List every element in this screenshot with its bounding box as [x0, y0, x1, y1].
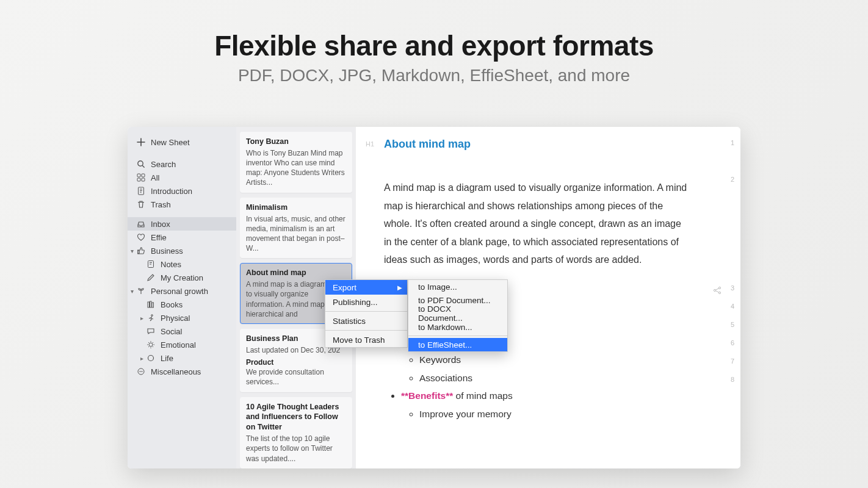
sidebar-item-trash[interactable]: Trash: [128, 198, 236, 211]
menu-item-statistics[interactable]: Statistics: [325, 314, 407, 328]
thumbs-up-icon: [136, 246, 146, 256]
menu-label: to Markdown...: [418, 323, 472, 332]
submenu-item-to-effiesheet[interactable]: to EffieSheet...: [408, 338, 507, 351]
sidebar-label: Notes: [161, 260, 181, 269]
new-sheet-button[interactable]: New Sheet: [128, 133, 236, 151]
sidebar-item-introduction[interactable]: Introduction: [128, 184, 236, 198]
marketing-title: Flexible share and export formats: [0, 29, 868, 62]
document-title-line: About mind map: [384, 138, 725, 151]
menu-label: Export: [333, 283, 356, 292]
sidebar-item-physical[interactable]: ▸ Physical: [128, 311, 236, 325]
svg-rect-10: [152, 303, 154, 307]
svg-point-16: [140, 371, 142, 372]
sidebar-label: Trash: [151, 200, 171, 209]
svg-rect-9: [150, 301, 152, 307]
sidebar-folder-personal-growth[interactable]: ▾ Personal growth: [128, 284, 236, 298]
chat-icon: [146, 326, 156, 336]
svg-rect-3: [137, 178, 140, 181]
bullet-item: Improve your memory: [419, 405, 725, 423]
note-icon: [146, 259, 156, 269]
note-excerpt: We provide consultation services...: [246, 367, 346, 387]
sidebar-item-notes[interactable]: Notes: [128, 257, 236, 271]
line-number: 1: [731, 139, 734, 146]
note-card[interactable]: Tony Buzan Who is Tony Buzan Mind map in…: [240, 132, 352, 193]
menu-label: to DOCX Document...: [418, 304, 497, 323]
line-number: 2: [731, 176, 734, 183]
sidebar-item-books[interactable]: Books: [128, 298, 236, 311]
share-icon[interactable]: [712, 285, 722, 295]
circle-icon: [146, 353, 156, 363]
svg-point-18: [714, 289, 715, 291]
sidebar-label: All: [151, 173, 159, 182]
line-number: 8: [731, 376, 734, 383]
note-title: About mind map: [246, 268, 346, 278]
chevron-right-icon: ▸: [139, 315, 145, 321]
search-icon: [136, 159, 146, 169]
menu-item-move-to-trash[interactable]: Move to Trash: [325, 332, 407, 347]
document-title: About mind map: [384, 138, 471, 151]
submenu-item-to-image[interactable]: to Image...: [408, 280, 507, 293]
plus-icon: [136, 137, 146, 147]
menu-label: to EffieSheet...: [418, 340, 472, 350]
submenu-item-to-docx[interactable]: to DOCX Document...: [408, 307, 507, 320]
note-title: Tony Buzan: [246, 137, 346, 147]
sidebar-item-effie[interactable]: Effie: [128, 231, 236, 244]
sidebar-item-misc[interactable]: Miscellaneous: [128, 365, 236, 378]
sidebar-item-life[interactable]: ▸ Life: [128, 351, 236, 365]
sidebar-label: Miscellaneous: [151, 367, 201, 376]
heading-marker: H1: [366, 140, 374, 148]
sidebar-label: Search: [151, 160, 176, 169]
svg-rect-6: [138, 250, 139, 254]
sidebar: New Sheet Search All Introduction Tras: [128, 127, 236, 468]
sidebar-item-inbox[interactable]: Inbox: [128, 217, 236, 231]
bullet-item: Associations: [419, 369, 725, 387]
sidebar-folder-business[interactable]: ▾ Business: [128, 244, 236, 257]
line-number: 5: [731, 321, 734, 328]
svg-rect-4: [142, 178, 145, 181]
menu-label: to Image...: [418, 282, 457, 292]
export-submenu: to Image... to PDF Document... to DOCX D…: [408, 279, 508, 352]
sidebar-item-social[interactable]: Social: [128, 325, 236, 338]
bullet-item: **Benefits** of mind maps: [401, 387, 725, 404]
svg-rect-8: [148, 302, 150, 307]
grid-icon: [136, 173, 146, 182]
menu-separator: [325, 311, 407, 312]
menu-label: Move to Trash: [333, 336, 385, 345]
sidebar-label: Personal growth: [151, 287, 208, 296]
menu-item-export[interactable]: Export ▶: [325, 280, 407, 295]
sidebar-item-emotional[interactable]: Emotional: [128, 338, 236, 351]
note-card[interactable]: Minimalism In visual arts, music, and ot…: [240, 198, 352, 259]
svg-rect-1: [137, 174, 140, 177]
chevron-down-icon: ▾: [129, 248, 135, 254]
svg-point-20: [718, 292, 720, 293]
sun-icon: [146, 340, 156, 350]
chevron-right-icon: ▶: [397, 284, 402, 291]
sidebar-item-mycreation[interactable]: My Creation: [128, 271, 236, 284]
marketing-header: Flexible share and export formats PDF, D…: [0, 0, 868, 85]
chevron-right-icon: ▸: [139, 355, 145, 362]
svg-point-19: [718, 287, 720, 289]
note-card[interactable]: 10 Agile Thought Leaders and Influencers…: [240, 397, 352, 468]
sidebar-item-search[interactable]: Search: [128, 157, 236, 171]
pen-icon: [146, 273, 156, 282]
sidebar-label: My Creation: [161, 273, 203, 282]
line-number: 6: [731, 339, 734, 346]
menu-item-publishing[interactable]: Publishing...: [325, 295, 407, 309]
sidebar-item-all[interactable]: All: [128, 171, 236, 184]
marketing-subtitle: PDF, DOCX, JPG, Markdown, EffieSheet, an…: [0, 66, 868, 85]
sidebar-label: Social: [161, 327, 182, 336]
menu-label: Statistics: [333, 317, 366, 326]
svg-point-15: [139, 371, 140, 372]
sidebar-label: Life: [161, 354, 173, 363]
sidebar-label: Inbox: [151, 220, 170, 229]
dots-icon: [136, 367, 146, 376]
svg-point-17: [142, 371, 143, 372]
menu-separator: [325, 330, 407, 331]
new-sheet-label: New Sheet: [151, 138, 190, 147]
note-excerpt: Who is Tony Buzan Mind map inventor Who …: [246, 148, 346, 188]
books-icon: [146, 300, 156, 309]
sidebar-label: Business: [151, 246, 183, 256]
inbox-icon: [136, 219, 146, 229]
sidebar-label: Introduction: [151, 187, 192, 196]
trash-icon: [136, 199, 146, 209]
